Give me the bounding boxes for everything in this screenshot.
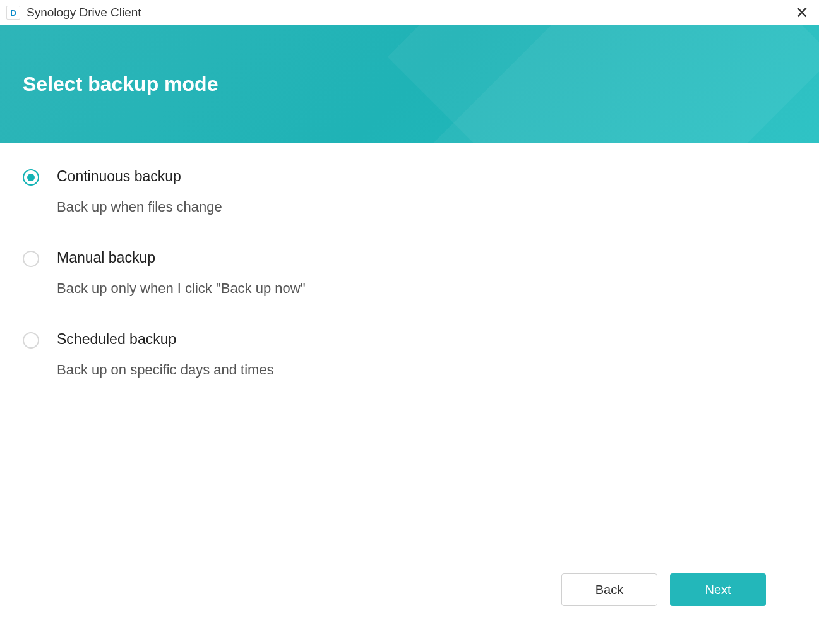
backup-mode-radio-group: Continuous backup Back up when files cha…	[23, 168, 796, 561]
radio-label: Scheduled backup	[57, 331, 274, 348]
app-icon: D	[6, 6, 20, 20]
header-banner: Select backup mode	[0, 25, 819, 143]
radio-texts: Continuous backup Back up when files cha…	[57, 168, 222, 215]
close-icon[interactable]: ✕	[792, 3, 811, 22]
app-title: Synology Drive Client	[27, 6, 792, 20]
radio-texts: Manual backup Back up only when I click …	[57, 249, 305, 297]
radio-option-continuous[interactable]: Continuous backup Back up when files cha…	[23, 168, 796, 215]
radio-label: Manual backup	[57, 249, 305, 266]
radio-description: Back up when files change	[57, 199, 222, 215]
radio-icon	[23, 332, 39, 349]
next-button[interactable]: Next	[670, 573, 766, 606]
footer-buttons: Back Next	[23, 561, 796, 631]
page-title: Select backup mode	[23, 73, 218, 96]
content-area: Continuous backup Back up when files cha…	[0, 143, 819, 644]
radio-icon	[23, 169, 39, 186]
radio-icon	[23, 251, 39, 267]
radio-texts: Scheduled backup Back up on specific day…	[57, 331, 274, 378]
back-button[interactable]: Back	[561, 573, 657, 606]
title-bar: D Synology Drive Client ✕	[0, 0, 819, 25]
radio-description: Back up on specific days and times	[57, 362, 274, 378]
radio-option-scheduled[interactable]: Scheduled backup Back up on specific day…	[23, 331, 796, 378]
radio-option-manual[interactable]: Manual backup Back up only when I click …	[23, 249, 796, 297]
radio-description: Back up only when I click "Back up now"	[57, 280, 305, 297]
radio-label: Continuous backup	[57, 168, 222, 185]
